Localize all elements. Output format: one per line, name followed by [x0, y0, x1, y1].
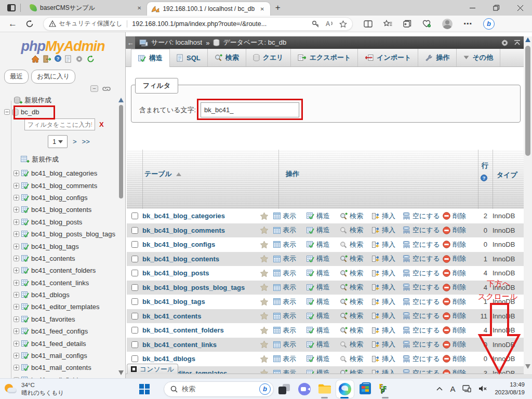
split-screen-icon[interactable] [364, 20, 373, 28]
drop-link[interactable]: 削除 [443, 297, 475, 307]
volume-muted-icon[interactable] [478, 385, 487, 392]
sidebar-table-item[interactable]: bc41_mail_fields [0, 374, 118, 378]
structure-link[interactable]: 構造 [307, 211, 340, 221]
rows-help-icon[interactable]: ? [481, 175, 487, 181]
panel-back-button[interactable]: ← [126, 36, 135, 49]
containing-word-input[interactable] [201, 102, 299, 117]
documentation-icon[interactable] [65, 55, 72, 63]
pma-tab[interactable]: インポート [358, 49, 418, 66]
table-name-link[interactable]: bk_bc41_blog_posts [142, 269, 260, 277]
sidebar-filter-input[interactable] [24, 118, 95, 130]
favorite-star-icon[interactable] [260, 283, 273, 291]
search-link[interactable]: 検索 [340, 311, 372, 321]
ime-mode-indicator[interactable]: A [450, 384, 455, 393]
pma-tab[interactable]: SQL [170, 49, 208, 66]
insert-link[interactable]: 挿入 [372, 211, 402, 221]
favorite-star-icon[interactable] [260, 255, 273, 263]
search-link[interactable]: 検索 [340, 326, 372, 335]
expand-icon[interactable] [14, 195, 19, 201]
empty-link[interactable]: 空にする [402, 297, 443, 307]
collapse-expander-icon[interactable] [4, 109, 10, 115]
insert-link[interactable]: 挿入 [372, 254, 402, 263]
sidebar-table-item[interactable]: bc41_blog_comments [0, 179, 118, 191]
row-checkbox[interactable] [127, 298, 142, 305]
sidebar-new-table[interactable]: 新規作成 [21, 155, 59, 164]
tab-workspaces-icon[interactable] [7, 4, 16, 11]
collapse-panel-icon[interactable] [514, 40, 521, 46]
address-bar[interactable]: セキュリティ保護なし 192.168.100.1/pma/index.php?r… [43, 17, 353, 31]
search-link[interactable]: 検索 [340, 340, 372, 349]
structure-link[interactable]: 構造 [307, 326, 340, 335]
drop-link[interactable]: 削除 [443, 269, 475, 278]
sidebar-table-item[interactable]: bc41_blog_configs [0, 192, 118, 204]
settings-more-icon[interactable]: ⋯ [463, 19, 472, 29]
pma-tab[interactable]: 検索 [208, 49, 246, 66]
favorite-star-icon[interactable] [260, 212, 273, 220]
collapse-all-icon[interactable]: − [90, 85, 98, 92]
network-icon[interactable] [462, 385, 471, 392]
insert-link[interactable]: 挿入 [372, 311, 402, 321]
drop-link[interactable]: 削除 [443, 340, 475, 349]
column-header-table[interactable]: テーブル [144, 169, 181, 179]
refresh-icon[interactable] [87, 55, 95, 63]
row-checkbox[interactable] [127, 241, 142, 248]
empty-link[interactable]: 空にする [402, 311, 443, 321]
favorites-bar-icon[interactable] [383, 20, 392, 28]
search-link[interactable]: 検索 [340, 254, 372, 263]
table-name-link[interactable]: bk_bc41_contents [142, 312, 260, 320]
favorite-star-icon[interactable] [260, 355, 273, 363]
table-name-link[interactable]: bk_bc41_blog_categories [142, 212, 260, 220]
column-header-rows[interactable]: 行 [482, 161, 488, 170]
sidebar-table-item[interactable]: bc41_favorites [0, 313, 118, 325]
favorite-star-icon[interactable] [260, 241, 273, 249]
file-explorer-button[interactable] [314, 379, 335, 399]
sidebar-table-item[interactable]: bc41_content_links [0, 277, 118, 289]
expand-icon[interactable] [14, 292, 19, 298]
expand-icon[interactable] [14, 219, 19, 225]
logout-icon[interactable] [43, 55, 51, 63]
structure-link[interactable]: 構造 [307, 225, 340, 235]
sidebar-table-item[interactable]: bc41_blog_contents [0, 204, 118, 216]
insert-link[interactable]: 挿入 [372, 340, 402, 349]
structure-link[interactable]: 構造 [307, 354, 340, 364]
new-tab-button[interactable]: + [275, 3, 281, 13]
expand-icon[interactable] [14, 365, 19, 370]
window-minimize-button[interactable] [460, 0, 484, 16]
edge-button[interactable] [335, 379, 355, 399]
empty-link[interactable]: 空にする [402, 211, 443, 221]
insert-link[interactable]: 挿入 [372, 240, 402, 249]
browser-tab-phpmyadmin[interactable]: 192.168.100.1 / localhost / bc_db ✕ [147, 2, 270, 16]
search-link[interactable]: 検索 [340, 240, 372, 249]
insert-link[interactable]: 挿入 [372, 269, 402, 278]
drop-link[interactable]: 削除 [443, 283, 475, 292]
link-with-main-icon[interactable] [102, 86, 111, 91]
structure-link[interactable]: 構造 [307, 283, 340, 292]
table-name-link[interactable]: bk_bc41_dblogs [142, 355, 260, 363]
search-link[interactable]: 検索 [340, 225, 372, 235]
empty-link[interactable]: 空にする [402, 225, 443, 235]
browse-link[interactable]: 表示 [273, 326, 307, 335]
browse-link[interactable]: 表示 [273, 283, 307, 292]
structure-link[interactable]: 構造 [307, 240, 340, 249]
bing-chat-icon[interactable]: b [483, 18, 495, 30]
content-scroll-thumb[interactable] [525, 46, 530, 156]
search-link[interactable]: 検索 [340, 211, 372, 221]
favorite-star-icon[interactable] [260, 340, 273, 349]
search-link[interactable]: 検索 [340, 269, 372, 278]
page-settings-icon[interactable] [501, 39, 509, 47]
url-text[interactable]: 192.168.100.1/pma/index.php?route=/&rout… [132, 20, 306, 28]
drop-link[interactable]: 削除 [443, 225, 475, 235]
table-name-link[interactable]: bk_bc41_blog_contents [142, 255, 260, 263]
table-name-link[interactable]: bk_bc41_blog_posts_blog_tags [142, 284, 260, 291]
expand-icon[interactable] [14, 353, 19, 358]
drop-link[interactable]: 削除 [443, 211, 475, 221]
insert-link[interactable]: 挿入 [372, 326, 402, 335]
hidden-icons-chevron[interactable] [436, 387, 443, 391]
table-name-link[interactable]: bk_bc41_blog_tags [142, 298, 260, 305]
back-icon[interactable]: ← [8, 19, 17, 29]
sidebar-table-item[interactable]: bc41_mail_contents [0, 362, 118, 374]
insert-link[interactable]: 挿入 [372, 225, 402, 235]
table-name-link[interactable]: bk_bc41_blog_comments [142, 227, 260, 234]
favorite-star-icon[interactable] [260, 326, 273, 335]
sidebar-table-item[interactable]: bc41_mail_configs [0, 350, 118, 362]
